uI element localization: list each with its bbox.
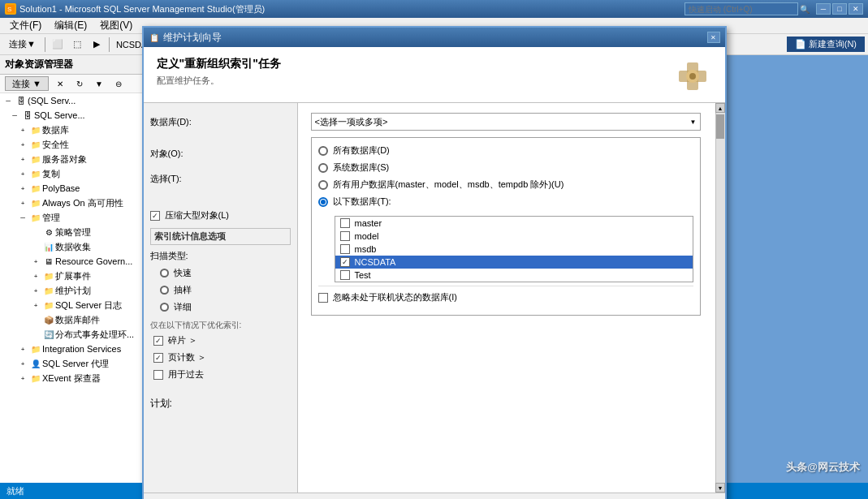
- scroll-down-arrow[interactable]: ▼: [715, 483, 725, 493]
- database-selector-area: <选择一项或多项> 所有数据库(D): [311, 113, 701, 316]
- pages-label: 页计数 ＞: [168, 351, 206, 363]
- left-form: 数据库(D): 对象(O): 选择(T):: [144, 110, 297, 417]
- svg-text:S: S: [7, 6, 11, 13]
- db-msdb[interactable]: msdb: [335, 243, 693, 256]
- dialog-task-title: 定义"重新组织索引"任务: [157, 57, 673, 71]
- database-list: master model msdb: [335, 216, 693, 282]
- pages-row: 页计数 ＞: [150, 351, 291, 363]
- svg-point-5: [689, 73, 696, 80]
- all-db-radio-input[interactable]: [318, 146, 328, 156]
- main-window: S Solution1 - Microsoft SQL Server Manag…: [0, 0, 868, 499]
- db-master[interactable]: master: [335, 217, 693, 230]
- dialog-title-bar: 📋 维护计划向导 ✕: [144, 28, 725, 47]
- sys-db-radio-input[interactable]: [318, 163, 328, 173]
- app-icon: S: [5, 3, 16, 15]
- fragment-row: 碎片 ＞: [150, 334, 291, 346]
- database-dropdown-panel: 所有数据库(D) 系统数据库(S) 所有用户数据库(master、model、m: [311, 137, 701, 316]
- plan-row: 计划:: [150, 397, 291, 411]
- radio-following-databases[interactable]: 以下数据库(T):: [318, 196, 693, 208]
- quick-search-input[interactable]: [684, 2, 798, 15]
- usedforpast-checkbox[interactable]: [153, 370, 163, 380]
- db-master-checkbox[interactable]: [340, 218, 350, 228]
- dialog-scrollbar[interactable]: ▲ ▼: [715, 103, 725, 493]
- ignore-offline-row: 忽略未处于联机状态的数据库(I): [318, 286, 693, 308]
- compress-label: 压缩大型对象(L): [165, 209, 229, 222]
- dialog-header: 定义"重新组织索引"任务 配置维护任务。: [144, 47, 725, 103]
- scrollbar-thumb[interactable]: [716, 114, 724, 139]
- dialog-buttons: 帮助(H) 确定 取消: [144, 493, 725, 499]
- fragment-checkbox[interactable]: [153, 336, 163, 346]
- user-db-radio-input[interactable]: [318, 180, 328, 190]
- scan-fast-radio[interactable]: [160, 269, 169, 277]
- window-controls: ─ □ ✕: [816, 3, 863, 15]
- usedforpast-row: 用于过去: [150, 368, 291, 381]
- dialog-window-controls: ✕: [707, 32, 720, 43]
- db-ncsdata-checkbox[interactable]: [340, 257, 350, 267]
- scan-sample-row: 抽样: [150, 284, 291, 296]
- dialog-header-text: 定义"重新组织索引"任务 配置维护任务。: [157, 57, 673, 87]
- index-stats-header: 索引统计信息选项: [150, 228, 291, 245]
- dialog-close-button[interactable]: ✕: [707, 32, 720, 43]
- database-label: 数据库(D):: [150, 116, 192, 128]
- maintenance-wizard-dialog: 📋 维护计划向导 ✕ 定义"重新组织索引"任务 配置维护任务。: [142, 26, 727, 499]
- db-model[interactable]: model: [335, 230, 693, 243]
- title-bar: S Solution1 - Microsoft SQL Server Manag…: [0, 0, 868, 18]
- dialog-task-subtitle: 配置维护任务。: [157, 75, 673, 87]
- usedforpast-label: 用于过去: [168, 368, 204, 381]
- plan-label: 计划:: [150, 397, 172, 411]
- dialog-header-icon: [673, 57, 712, 96]
- scan-type-label-row: 扫描类型:: [150, 250, 291, 262]
- dialog-left-nav: 数据库(D): 对象(O): 选择(T):: [144, 103, 298, 493]
- close-button[interactable]: ✕: [849, 3, 863, 15]
- status-text: 就绪: [6, 485, 24, 497]
- radio-user-databases[interactable]: 所有用户数据库(master、model、msdb、tempdb 除外)(U): [318, 179, 693, 191]
- select-label: 选择(T):: [150, 173, 182, 185]
- db-ncsdata[interactable]: NCSDATA: [335, 256, 693, 269]
- optimize-header: 仅在以下情况下优化索引:: [150, 320, 291, 331]
- dialog-title-text: 维护计划向导: [163, 31, 707, 45]
- select-field-row: 选择(T):: [150, 173, 291, 185]
- dialog-icon: 📋: [149, 32, 160, 43]
- fragment-label: 碎片 ＞: [168, 334, 197, 346]
- compress-checkbox[interactable]: [150, 211, 160, 221]
- dropdown-placeholder: <选择一项或多项>: [315, 116, 388, 128]
- db-model-checkbox[interactable]: [340, 231, 350, 241]
- scan-sample-label: 抽样: [174, 284, 192, 296]
- scan-fast-row: 快速: [150, 267, 291, 279]
- scan-type-label: 扫描类型:: [150, 250, 188, 262]
- following-db-radio-input[interactable]: [318, 197, 328, 207]
- scan-sample-radio[interactable]: [160, 286, 169, 295]
- dialog-overlay: 📋 维护计划向导 ✕ 定义"重新组织索引"任务 配置维护任务。: [0, 18, 868, 483]
- scan-fast-label: 快速: [174, 267, 192, 279]
- db-msdb-checkbox[interactable]: [340, 244, 350, 254]
- scroll-up-arrow[interactable]: ▲: [715, 103, 725, 113]
- compress-row: 压缩大型对象(L): [150, 209, 291, 222]
- scan-type-section: 扫描类型: 快速 抽样: [150, 250, 291, 313]
- scan-detail-label: 详细: [174, 301, 192, 313]
- minimize-button[interactable]: ─: [816, 3, 831, 15]
- object-label: 对象(O):: [150, 148, 184, 160]
- scan-detail-row: 详细: [150, 301, 291, 313]
- ignore-offline-label: 忽略未处于联机状态的数据库(I): [333, 291, 457, 303]
- database-dropdown[interactable]: <选择一项或多项>: [311, 113, 701, 131]
- ignore-offline-checkbox[interactable]: [318, 293, 328, 303]
- search-icon: 🔍: [800, 5, 810, 14]
- radio-system-databases[interactable]: 系统数据库(S): [318, 161, 693, 174]
- scan-detail-radio[interactable]: [160, 303, 169, 312]
- object-field-row: 对象(O):: [150, 148, 291, 160]
- pages-checkbox[interactable]: [153, 353, 163, 363]
- dialog-content: 数据库(D): 对象(O): 选择(T):: [144, 103, 725, 493]
- app-title: Solution1 - Microsoft SQL Server Managem…: [19, 3, 265, 15]
- dialog-body: 数据库(D): 对象(O): 选择(T):: [144, 103, 725, 499]
- database-field-row: 数据库(D):: [150, 116, 291, 128]
- dialog-main-content: ▲ ▼ <选择一项或多项>: [298, 103, 725, 493]
- db-test[interactable]: Test: [335, 269, 693, 282]
- db-test-checkbox[interactable]: [340, 270, 350, 280]
- maximize-button[interactable]: □: [832, 3, 847, 15]
- database-radio-group: 所有数据库(D) 系统数据库(S) 所有用户数据库(master、model、m: [318, 144, 693, 208]
- radio-all-databases[interactable]: 所有数据库(D): [318, 144, 693, 157]
